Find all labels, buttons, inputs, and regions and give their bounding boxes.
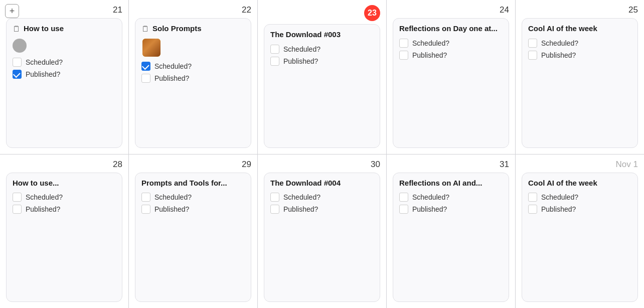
published-checkbox[interactable] (141, 205, 150, 214)
day-header: 22 (135, 5, 251, 15)
published-row[interactable]: Published? (13, 205, 116, 214)
card-title: How to use (24, 24, 64, 34)
scheduled-checkbox[interactable] (270, 45, 279, 54)
published-label: Published? (154, 74, 189, 82)
event-card[interactable]: The Download #004Scheduled?Published? (264, 173, 380, 302)
published-label: Published? (541, 205, 576, 213)
published-row[interactable]: Published? (13, 70, 116, 79)
scheduled-row[interactable]: Scheduled? (141, 193, 245, 202)
card-title: The Download #003 (270, 30, 341, 40)
day-header: 30 (264, 160, 380, 170)
scheduled-checkbox[interactable] (528, 39, 537, 48)
card-title: How to use... (13, 178, 59, 188)
day-cell-25: 25Cool AI of the weekScheduled?Published… (516, 0, 644, 154)
published-row[interactable]: Published? (528, 205, 631, 214)
day-header: 23 (264, 5, 380, 21)
published-label: Published? (283, 57, 318, 65)
event-card[interactable]: Reflections on AI and...Scheduled?Publis… (393, 173, 509, 302)
scheduled-row[interactable]: Scheduled? (399, 39, 503, 48)
published-checkbox[interactable] (399, 51, 408, 60)
card-header-wrap: Cool AI of the week (528, 24, 631, 34)
scheduled-row[interactable]: Scheduled? (141, 62, 245, 71)
event-card[interactable]: 🗒Solo PromptsScheduled?Published? (135, 18, 251, 148)
published-row[interactable]: Published? (399, 205, 503, 214)
scheduled-row[interactable]: Scheduled? (528, 39, 631, 48)
event-card[interactable]: The Download #003Scheduled?Published? (264, 24, 380, 148)
event-card[interactable]: 🗒How to useScheduled?Published? (6, 18, 122, 148)
event-card[interactable]: How to use...Scheduled?Published? (6, 173, 122, 302)
scheduled-row[interactable]: Scheduled? (270, 45, 374, 54)
scheduled-checkbox[interactable] (141, 62, 150, 71)
card-header-wrap: Reflections on AI and... (399, 178, 503, 188)
day-cell-30: 30The Download #004Scheduled?Published? (258, 155, 386, 309)
published-label: Published? (412, 51, 447, 59)
scheduled-checkbox[interactable] (528, 193, 537, 202)
published-label: Published? (26, 70, 60, 78)
doc-icon: 🗒 (13, 25, 21, 34)
scheduled-checkbox[interactable] (13, 58, 22, 67)
published-checkbox[interactable] (270, 205, 279, 214)
doc-icon: 🗒 (141, 25, 149, 34)
card-title: Cool AI of the week (528, 24, 597, 34)
published-checkbox[interactable] (13, 205, 22, 214)
day-cell-21: +21🗒How to useScheduled?Published? (0, 0, 128, 154)
day-number: Nov 1 (616, 160, 638, 170)
scheduled-checkbox[interactable] (13, 193, 22, 202)
day-cell-28: 28How to use...Scheduled?Published? (0, 155, 128, 309)
scheduled-label: Scheduled? (283, 193, 320, 201)
published-row[interactable]: Published? (141, 74, 245, 83)
published-row[interactable]: Published? (141, 205, 245, 214)
card-title: The Download #004 (270, 178, 341, 188)
published-checkbox[interactable] (399, 205, 408, 214)
published-label: Published? (283, 205, 318, 213)
day-header: 25 (522, 5, 638, 15)
card-title: Reflections on Day one at... (399, 24, 498, 34)
scheduled-row[interactable]: Scheduled? (270, 193, 374, 202)
published-checkbox[interactable] (528, 205, 537, 214)
day-number: 25 (628, 5, 638, 15)
published-row[interactable]: Published? (528, 51, 631, 60)
day-cell-23: 23The Download #003Scheduled?Published? (258, 0, 386, 154)
published-checkbox[interactable] (528, 51, 537, 60)
scheduled-label: Scheduled? (154, 193, 192, 201)
event-card[interactable]: Prompts and Tools for...Scheduled?Publis… (135, 173, 251, 302)
published-label: Published? (412, 205, 447, 213)
published-label: Published? (541, 51, 576, 59)
scheduled-checkbox[interactable] (270, 193, 279, 202)
day-number: 22 (242, 5, 251, 15)
day-number: 31 (500, 160, 509, 170)
day-cell-22: 22🗒Solo PromptsScheduled?Published? (129, 0, 257, 154)
event-card[interactable]: Reflections on Day one at...Scheduled?Pu… (393, 18, 509, 148)
scheduled-row[interactable]: Scheduled? (13, 193, 116, 202)
card-header-wrap: 🗒Solo Prompts (141, 24, 245, 34)
scheduled-row[interactable]: Scheduled? (399, 193, 503, 202)
scheduled-checkbox[interactable] (141, 193, 150, 202)
published-row[interactable]: Published? (399, 51, 503, 60)
card-header-wrap: Prompts and Tools for... (141, 178, 245, 188)
day-number: 23 (364, 5, 380, 21)
card-avatar (141, 39, 245, 57)
scheduled-checkbox[interactable] (399, 39, 408, 48)
published-row[interactable]: Published? (270, 57, 374, 66)
published-checkbox[interactable] (13, 70, 22, 79)
published-row[interactable]: Published? (270, 205, 374, 214)
day-number: 24 (500, 5, 509, 15)
card-header-wrap: Cool AI of the week (528, 178, 631, 188)
event-card[interactable]: Cool AI of the weekScheduled?Published? (522, 18, 638, 148)
day-number: 29 (242, 160, 251, 170)
scheduled-checkbox[interactable] (399, 193, 408, 202)
event-card[interactable]: Cool AI of the weekScheduled?Published? (522, 173, 638, 302)
day-header: 24 (393, 5, 509, 15)
gray-circle-avatar (13, 39, 116, 53)
published-checkbox[interactable] (141, 74, 150, 83)
scheduled-label: Scheduled? (26, 193, 63, 201)
published-label: Published? (154, 205, 189, 213)
day-number: 28 (113, 160, 122, 170)
scheduled-row[interactable]: Scheduled? (13, 58, 116, 67)
scheduled-row[interactable]: Scheduled? (528, 193, 631, 202)
published-checkbox[interactable] (270, 57, 279, 66)
scheduled-label: Scheduled? (412, 39, 449, 47)
day-cell-Nov-1: Nov 1Cool AI of the weekScheduled?Publis… (516, 155, 644, 309)
add-event-button[interactable]: + (5, 4, 19, 18)
day-cell-24: 24Reflections on Day one at...Scheduled?… (387, 0, 515, 154)
